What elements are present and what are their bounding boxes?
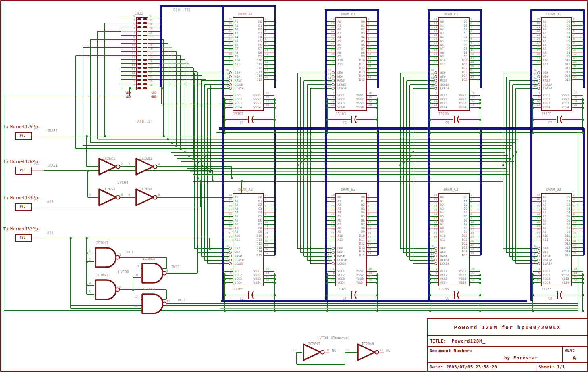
junction-dot (201, 164, 203, 166)
wire (326, 240, 335, 240)
pin-number: 3 (265, 198, 266, 201)
wire (509, 81, 510, 256)
invert-bubble-icon (537, 71, 540, 74)
capacitor-icon[interactable] (455, 115, 460, 124)
pin-number: 50 (471, 279, 474, 282)
junction-dot (376, 278, 378, 280)
capacitor-icon[interactable] (250, 115, 255, 124)
wire (193, 181, 503, 182)
pin-name: A0 (337, 20, 341, 23)
pin-name: VCC1 (543, 270, 550, 273)
pin-number: 47 (368, 69, 371, 71)
pin-number: 10 (573, 45, 576, 48)
pin-number: 14 (426, 77, 434, 80)
pin-name: D14 (455, 250, 467, 253)
pin-number: 4 (265, 26, 266, 29)
wire (87, 166, 98, 167)
junction-dot (409, 155, 411, 157)
pin-name: A11 (235, 63, 240, 66)
gate-name-label: IC26$2 (140, 157, 152, 161)
bus-line (326, 9, 379, 11)
pin-name: D9 (558, 230, 570, 234)
wire (572, 79, 584, 80)
wire (377, 273, 378, 295)
capacitor-label: C7 (548, 122, 552, 125)
junction-dot (502, 164, 504, 166)
pin-name: A1 (337, 24, 341, 27)
port-pin-label: P$1 (34, 162, 40, 165)
pin-number: 21 (223, 201, 232, 204)
pin-number: 9 (265, 217, 266, 220)
pin-number: 11 (123, 68, 135, 71)
nand-gate-icon[interactable] (141, 293, 167, 315)
nand-gate-icon[interactable] (94, 279, 120, 301)
wire (216, 132, 584, 133)
junction-dot (197, 161, 199, 163)
pin-number: 6 (123, 36, 135, 39)
pin-name: VSS2 (459, 274, 466, 277)
pin-number: 1 (532, 92, 540, 95)
junction-dot (303, 158, 305, 160)
junction-dot (582, 132, 584, 134)
bus-line (274, 5, 276, 88)
pin-name: D9 (250, 55, 262, 58)
pin-number: 14 (220, 77, 229, 80)
titleblock-date-cell: Date: 2003/07/05 23:58:20 (428, 363, 536, 371)
pin-name: D1 (558, 24, 570, 27)
capacitor-icon[interactable] (558, 115, 563, 124)
capacitor-icon[interactable] (353, 290, 357, 299)
connector-pad (137, 59, 141, 61)
wire (454, 291, 455, 299)
capacitor-icon[interactable] (250, 290, 255, 299)
pin-name: A1 (440, 24, 444, 27)
pin-name: D7 (558, 47, 570, 50)
pin-number: 3 (265, 22, 266, 25)
pin-number: 24 (326, 213, 335, 216)
pin-name: D12 (558, 67, 570, 70)
wire (161, 71, 197, 72)
pin-name: A10 (543, 59, 549, 62)
capacitor-icon[interactable] (455, 290, 460, 299)
capacitor-icon[interactable] (558, 290, 563, 299)
junction-dot (429, 294, 431, 296)
pin-number: 23 (429, 33, 437, 36)
pin-name: LCAS# (235, 87, 244, 90)
pin-name: VSS4 (459, 106, 466, 109)
pin-name: VCC1 (543, 94, 550, 97)
pin-number: 12 (429, 275, 437, 278)
nand-gate-icon[interactable] (94, 247, 120, 268)
pin-name: A7 (235, 47, 238, 50)
pin-name: A5 (235, 215, 238, 218)
pin-number: 44 (470, 61, 474, 64)
gate-pin-number: 11 (166, 300, 170, 303)
pin-number: 6 (532, 96, 540, 99)
connector-pad (143, 26, 147, 28)
wire (161, 63, 189, 64)
junction-dot (224, 132, 226, 134)
wire (324, 352, 329, 353)
pin-name: VSS3 (562, 277, 569, 280)
pin-name: D5 (353, 40, 365, 43)
bus-label: D[0..15] (173, 8, 191, 12)
capacitor-icon[interactable] (353, 115, 357, 124)
pin-number: 27 (429, 42, 437, 44)
pin-name: VCC4 (337, 106, 345, 109)
pin-number: 6 (326, 272, 335, 274)
pin-name: D14 (250, 74, 262, 77)
titleblock-sheet-cell: Sheet: 1/1 (536, 363, 587, 371)
pin-number: 36 (528, 69, 537, 72)
gate-pin-number: 1 (89, 163, 91, 166)
pin-name: VSS3 (562, 102, 569, 105)
junction-dot (376, 294, 378, 296)
pin-number: 38 (220, 260, 229, 263)
pin-number: 27 (532, 42, 540, 44)
pin-number: 43 (265, 57, 268, 60)
pin-number: 26 (266, 92, 269, 95)
nand-gate-icon[interactable] (141, 262, 167, 284)
connector-pad (143, 75, 147, 77)
pin-number: 25 (223, 279, 232, 282)
connector-pad (143, 39, 147, 41)
pin-number: 45 (471, 275, 474, 278)
pin-number: 1 (223, 92, 232, 95)
gate-pin-number: 5 (89, 193, 91, 196)
